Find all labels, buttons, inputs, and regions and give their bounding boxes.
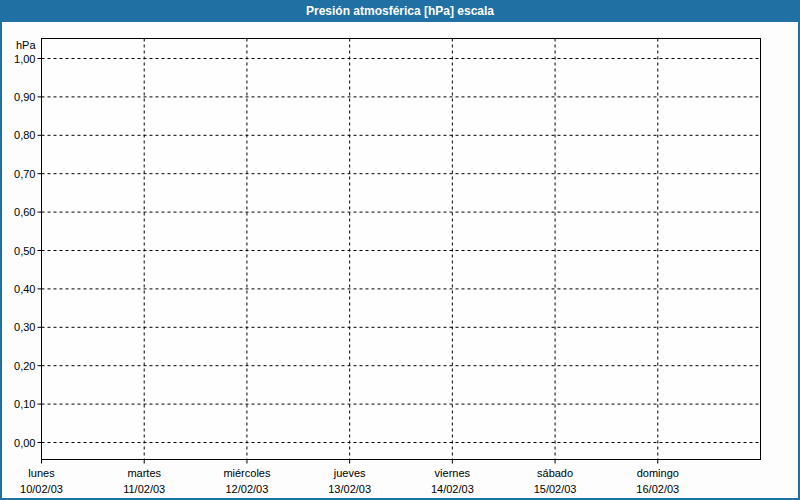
x-day-label: miércoles bbox=[223, 467, 271, 479]
y-tick-label: 0,20 bbox=[14, 360, 35, 372]
y-tick-label: 0,30 bbox=[14, 321, 35, 333]
x-date-label: 14/02/03 bbox=[431, 483, 474, 495]
y-tick-label: 0,50 bbox=[14, 245, 35, 257]
x-date-label: 13/02/03 bbox=[328, 483, 371, 495]
x-date-label: 16/02/03 bbox=[636, 483, 679, 495]
y-tick-label: 0,10 bbox=[14, 398, 35, 410]
x-date-label: 15/02/03 bbox=[534, 483, 577, 495]
titlebar: Presión atmosférica [hPa] escala bbox=[0, 0, 800, 22]
plot-area bbox=[42, 39, 761, 460]
x-day-label: domingo bbox=[637, 467, 679, 479]
x-day-label: lunes bbox=[28, 467, 55, 479]
x-date-label: 10/02/03 bbox=[20, 483, 63, 495]
y-tick-label: 0,90 bbox=[14, 91, 35, 103]
x-date-label: 12/02/03 bbox=[226, 483, 269, 495]
x-day-label: martes bbox=[127, 467, 161, 479]
y-tick-label: 0,40 bbox=[14, 283, 35, 295]
plot-root: 1,000,900,800,700,600,500,400,300,200,10… bbox=[14, 39, 760, 496]
window-title: Presión atmosférica [hPa] escala bbox=[0, 0, 800, 22]
x-day-label: viernes bbox=[435, 467, 471, 479]
x-day-label: sábado bbox=[537, 467, 573, 479]
pressure-chart-window: Presión atmosférica [hPa] escala 1,000,9… bbox=[0, 0, 800, 500]
x-date-label: 11/02/03 bbox=[123, 483, 165, 495]
y-tick-label: 0,60 bbox=[14, 206, 35, 218]
pressure-chart-plot: 1,000,900,800,700,600,500,400,300,200,10… bbox=[0, 0, 800, 500]
y-tick-label: 0,70 bbox=[14, 168, 35, 180]
y-tick-label: 1,00 bbox=[14, 53, 35, 65]
y-tick-label: 0,00 bbox=[14, 437, 35, 449]
x-day-label: jueves bbox=[333, 467, 366, 479]
y-axis-unit-label: hPa bbox=[16, 39, 36, 51]
y-tick-label: 0,80 bbox=[14, 129, 35, 141]
